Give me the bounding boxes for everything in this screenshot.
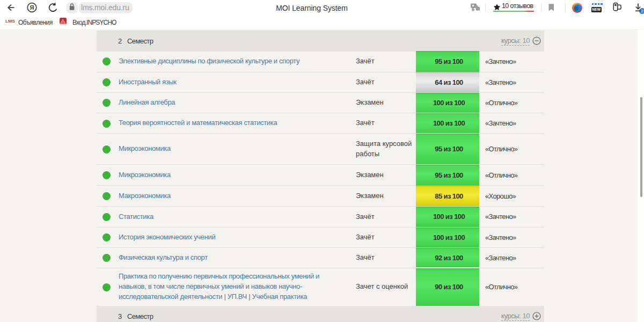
svg-text:Я: Я <box>30 4 34 11</box>
